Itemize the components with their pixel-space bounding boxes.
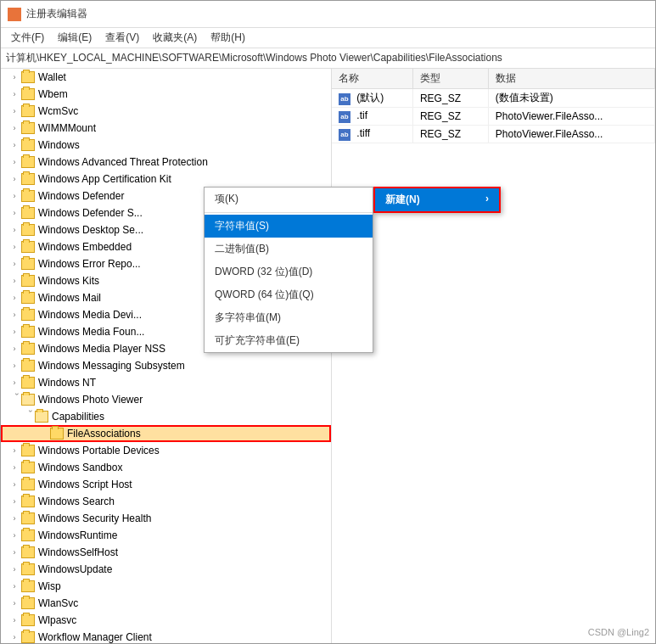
tree-item-wack[interactable]: › Windows App Certification Kit [1, 171, 331, 188]
tree-item-wlansvc[interactable]: › WlanSvc [1, 595, 331, 612]
tree-item-wsearch[interactable]: › Windows Search [1, 493, 331, 510]
context-menu-separator [205, 212, 373, 213]
expand-wnt[interactable]: › [8, 376, 21, 389]
expand-wsearch[interactable]: › [8, 495, 21, 508]
context-menu-expandstring[interactable]: 可扩充字符串值(E) [205, 329, 373, 352]
context-menu-string[interactable]: 字符串值(S) [205, 215, 373, 238]
tree-item-wallet[interactable]: › Wallet [1, 69, 331, 86]
expand-watp[interactable]: › [8, 155, 21, 169]
context-menu-qword[interactable]: QWORD (64 位)值(Q) [205, 283, 373, 306]
expand-wcmsvc[interactable]: › [8, 104, 21, 118]
expand-wscripthost[interactable]: › [8, 478, 21, 491]
folder-icon-wupdate [21, 563, 35, 575]
expand-fileassociations[interactable] [36, 427, 50, 440]
tree-item-wselfhost[interactable]: › WindowsSelfHost [1, 544, 331, 561]
expand-wportabledev[interactable]: › [8, 444, 21, 457]
tree-label-wlpasvc: Wlpasvc [38, 614, 76, 626]
cell-name-default: ab (默认) [332, 89, 412, 108]
tree-item-wsandbox[interactable]: › Windows Sandbox [1, 459, 331, 476]
context-menu-dword[interactable]: DWORD (32 位)值(D) [205, 260, 373, 283]
tree-item-watp[interactable]: › Windows Advanced Threat Protection [1, 154, 331, 171]
expand-werrorrepo[interactable]: › [8, 257, 21, 271]
expand-wlpasvc[interactable]: › [8, 613, 21, 627]
context-menu-binary[interactable]: 二进制值(B) [205, 238, 373, 260]
svg-rect-1 [15, 8, 20, 14]
expand-wembedded[interactable]: › [8, 240, 21, 254]
folder-icon-wmedianss [21, 343, 35, 355]
expand-wruntime[interactable]: › [8, 529, 21, 542]
expand-wupdate[interactable]: › [8, 563, 21, 576]
context-menu[interactable]: 项(K) 字符串值(S) 二进制值(B) DWORD (32 位)值(D) QW… [204, 187, 373, 353]
cell-name-tif: ab .tif [332, 108, 412, 126]
tree-label-wmediafoun: Windows Media Foun... [38, 326, 144, 338]
context-menu-xiang[interactable]: 项(K) [205, 188, 373, 210]
context-menu-multistring[interactable]: 多字符串值(M) [205, 306, 373, 329]
tree-item-wcmsvc[interactable]: › WcmSvc [1, 103, 331, 120]
tree-item-wruntime[interactable]: › WindowsRuntime [1, 527, 331, 544]
tree-item-wmessaging[interactable]: › Windows Messaging Subsystem [1, 357, 331, 374]
right-panel: 名称 类型 数据 ab (默认) REG_SZ (数值未设置) [332, 69, 655, 643]
tree-item-fileassociations[interactable]: FileAssociations [1, 425, 331, 442]
expand-wallet[interactable]: › [8, 70, 21, 84]
folder-icon-wsandbox [21, 462, 35, 473]
expand-wselfhost[interactable]: › [8, 546, 21, 559]
new-submenu-header[interactable]: 新建(N) › [375, 188, 499, 211]
tree-item-wimmount[interactable]: › WIMMMount [1, 120, 331, 137]
expand-wack[interactable]: › [8, 172, 21, 186]
expand-wmail[interactable]: › [8, 291, 21, 305]
tree-item-wscripthost[interactable]: › Windows Script Host [1, 476, 331, 493]
tree-item-workflow[interactable]: › Workflow Manager Client [1, 629, 331, 643]
menu-help[interactable]: 帮助(H) [204, 29, 252, 47]
tree-item-wisp[interactable]: › Wisp [1, 578, 331, 595]
expand-wsandbox[interactable]: › [8, 461, 21, 474]
menu-favorites[interactable]: 收藏夹(A) [146, 29, 204, 47]
reg-icon-ab: ab [339, 93, 350, 105]
folder-icon-wbem [21, 88, 35, 100]
svg-rect-0 [8, 8, 14, 14]
expand-wmediafoun[interactable]: › [8, 325, 21, 339]
tree-item-wbem[interactable]: › Wbem [1, 86, 331, 103]
col-data: 数据 [488, 69, 654, 89]
menu-edit[interactable]: 编辑(E) [51, 29, 98, 47]
expand-wlansvc[interactable]: › [8, 596, 21, 610]
expand-wdefender[interactable]: › [8, 189, 21, 203]
tree-item-wportabledev[interactable]: › Windows Portable Devices [1, 442, 331, 459]
cell-type-default: REG_SZ [412, 89, 488, 108]
tree-item-wsechealth[interactable]: › Windows Security Health [1, 510, 331, 527]
col-name: 名称 [332, 69, 412, 89]
tree-item-wlpasvc[interactable]: › Wlpasvc [1, 612, 331, 629]
expand-wphotoviewer[interactable]: › [8, 393, 21, 406]
table-row[interactable]: ab .tif REG_SZ PhotoViewer.FileAsso... [332, 108, 655, 126]
expand-wsechealth[interactable]: › [8, 512, 21, 525]
tree-item-wphotoviewer[interactable]: › Windows Photo Viewer [1, 391, 331, 408]
table-row[interactable]: ab (默认) REG_SZ (数值未设置) [332, 89, 655, 108]
expand-wdefenders[interactable]: › [8, 206, 21, 220]
expand-wdesktop[interactable]: › [8, 223, 21, 237]
expand-windows[interactable]: › [8, 138, 21, 152]
expand-wimmount[interactable]: › [8, 121, 21, 135]
tree-item-windows[interactable]: › Windows [1, 137, 331, 154]
expand-wmedianss[interactable]: › [8, 342, 21, 356]
tree-label-wdefenders: Windows Defender S... [38, 207, 143, 219]
left-panel[interactable]: › Wallet › Wbem › WcmSvc › WIMMMount › [1, 69, 332, 643]
window-title: 注册表编辑器 [26, 7, 87, 21]
tree-item-capabilities[interactable]: › Capabilities [1, 408, 331, 425]
menu-file[interactable]: 文件(F) [4, 29, 51, 47]
tree-label-wmail: Windows Mail [38, 292, 101, 304]
expand-wmediadev[interactable]: › [8, 308, 21, 322]
folder-icon-wsechealth [21, 512, 35, 524]
folder-icon-wkits [21, 275, 35, 287]
expand-wkits[interactable]: › [8, 274, 21, 288]
table-row[interactable]: ab .tiff REG_SZ PhotoViewer.FileAsso... [332, 126, 655, 143]
tree-label-wimmount: WIMMMount [38, 122, 96, 134]
tree-item-wupdate[interactable]: › WindowsUpdate [1, 561, 331, 578]
expand-workflow[interactable]: › [8, 630, 21, 643]
expand-wisp[interactable]: › [8, 580, 21, 593]
expand-wbem[interactable]: › [8, 87, 21, 101]
cell-type-tif: REG_SZ [412, 108, 488, 126]
expand-wmessaging[interactable]: › [8, 359, 21, 372]
tree-item-wnt[interactable]: › Windows NT [1, 374, 331, 391]
new-submenu[interactable]: 新建(N) › [373, 187, 501, 213]
expand-capabilities[interactable]: › [21, 410, 35, 423]
menu-view[interactable]: 查看(V) [98, 29, 146, 47]
